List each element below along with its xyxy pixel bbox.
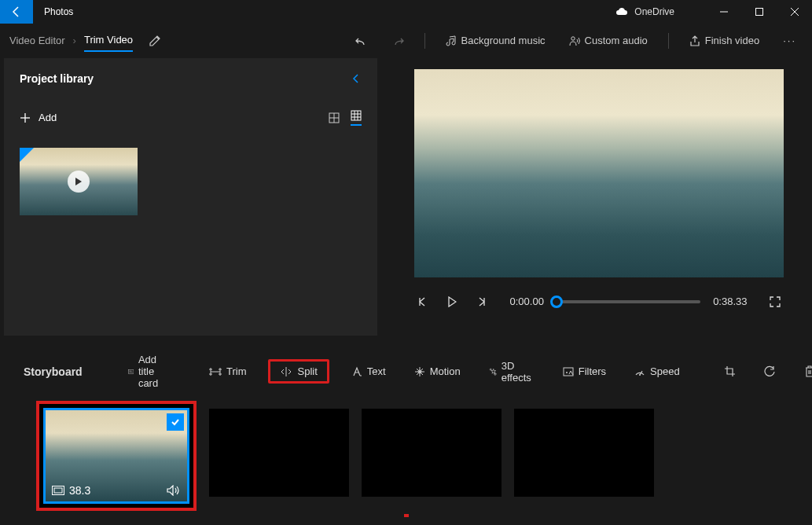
split-highlight: Split bbox=[268, 359, 329, 384]
selected-corner-icon bbox=[20, 148, 34, 162]
finish-video-button[interactable]: Finish video bbox=[683, 31, 766, 50]
storyboard-panel: Storyboard Add title card Trim Split Tex… bbox=[0, 336, 812, 525]
filters-button[interactable]: Filters bbox=[557, 363, 612, 380]
finish-video-label: Finish video bbox=[705, 35, 759, 46]
custom-audio-label: Custom audio bbox=[585, 35, 648, 46]
fullscreen-button[interactable] bbox=[766, 295, 784, 309]
cloud-icon bbox=[615, 8, 628, 16]
app-title: Photos bbox=[33, 6, 73, 17]
music-icon bbox=[446, 35, 457, 46]
export-icon bbox=[689, 35, 700, 46]
title-card-icon bbox=[128, 367, 134, 376]
delete-button[interactable] bbox=[798, 363, 812, 380]
main-area: Project library Add bbox=[0, 58, 812, 336]
video-preview[interactable] bbox=[414, 69, 784, 277]
motion-button[interactable]: Motion bbox=[408, 363, 467, 380]
play-button[interactable] bbox=[444, 295, 460, 309]
svg-point-21 bbox=[566, 372, 568, 373]
breadcrumb-project[interactable]: Trim Video bbox=[84, 34, 133, 52]
check-icon bbox=[167, 413, 184, 431]
undo-button[interactable] bbox=[349, 31, 374, 50]
add-title-card-label: Add title card bbox=[138, 354, 165, 389]
storyboard-clip-empty[interactable] bbox=[514, 409, 654, 497]
divider bbox=[668, 33, 669, 49]
text-label: Text bbox=[367, 365, 386, 377]
library-clip[interactable] bbox=[20, 148, 138, 215]
svg-rect-24 bbox=[54, 488, 62, 493]
playback-controls: 0:00.00 0:38.33 bbox=[414, 295, 784, 309]
timeline-marker bbox=[404, 514, 409, 517]
svg-point-4 bbox=[571, 37, 574, 40]
add-label: Add bbox=[39, 112, 57, 123]
onedrive-label: OneDrive bbox=[634, 6, 674, 17]
speed-button[interactable]: Speed bbox=[628, 363, 686, 380]
volume-icon[interactable] bbox=[167, 485, 181, 496]
minimize-button[interactable] bbox=[706, 0, 741, 24]
rotate-button[interactable] bbox=[758, 363, 782, 380]
person-audio-icon bbox=[569, 35, 580, 46]
svg-rect-10 bbox=[351, 111, 361, 120]
clip-duration: 38.3 bbox=[69, 484, 90, 497]
svg-point-22 bbox=[639, 374, 641, 376]
3d-effects-label: 3D effects bbox=[502, 360, 535, 384]
seek-bar[interactable] bbox=[557, 300, 700, 303]
breadcrumb-root[interactable]: Video Editor bbox=[9, 35, 65, 46]
split-icon bbox=[280, 367, 292, 376]
breadcrumb: Video Editor › Trim Video bbox=[9, 29, 161, 52]
collapse-icon[interactable] bbox=[351, 73, 362, 84]
preview-panel: 0:00.00 0:38.33 bbox=[377, 58, 812, 336]
trim-label: Trim bbox=[226, 365, 247, 377]
svg-rect-20 bbox=[564, 368, 573, 376]
split-button[interactable]: Split bbox=[274, 363, 323, 380]
svg-rect-1 bbox=[755, 9, 762, 16]
add-title-card-button[interactable]: Add title card bbox=[122, 351, 171, 391]
edit-icon[interactable] bbox=[149, 35, 161, 47]
grid-small-button[interactable] bbox=[351, 110, 362, 126]
storyboard-title: Storyboard bbox=[24, 365, 83, 378]
clip-icon bbox=[52, 486, 64, 495]
clips-row: 38.3 bbox=[24, 409, 788, 511]
effects-icon bbox=[489, 366, 497, 377]
svg-rect-15 bbox=[128, 369, 134, 373]
close-button[interactable] bbox=[777, 0, 812, 24]
chevron-right-icon: › bbox=[73, 35, 76, 46]
library-title: Project library bbox=[20, 72, 94, 85]
toolbar: Video Editor › Trim Video Background mus… bbox=[0, 24, 812, 58]
storyboard-clip[interactable]: 38.3 bbox=[43, 408, 189, 504]
add-button[interactable]: Add bbox=[20, 112, 57, 123]
custom-audio-button[interactable]: Custom audio bbox=[563, 31, 654, 50]
titlebar: Photos OneDrive bbox=[0, 0, 812, 24]
filters-icon bbox=[563, 366, 574, 377]
project-library-panel: Project library Add bbox=[4, 58, 377, 336]
motion-label: Motion bbox=[430, 365, 461, 377]
crop-button[interactable] bbox=[718, 363, 742, 380]
plus-icon bbox=[20, 112, 31, 123]
onedrive-status[interactable]: OneDrive bbox=[615, 6, 706, 17]
current-time: 0:00.00 bbox=[510, 296, 544, 307]
background-music-button[interactable]: Background music bbox=[439, 31, 552, 50]
seek-knob[interactable] bbox=[550, 296, 563, 308]
clip-selected-highlight: 38.3 bbox=[36, 401, 197, 511]
speed-icon bbox=[634, 366, 645, 377]
play-overlay-icon bbox=[68, 171, 90, 193]
prev-frame-button[interactable] bbox=[414, 295, 432, 309]
maximize-button[interactable] bbox=[741, 0, 777, 24]
storyboard-clip-empty[interactable] bbox=[362, 409, 502, 497]
text-button[interactable]: Text bbox=[345, 363, 392, 380]
background-music-label: Background music bbox=[461, 35, 546, 46]
filters-label: Filters bbox=[579, 365, 606, 377]
more-button[interactable]: ··· bbox=[777, 31, 803, 50]
motion-icon bbox=[414, 366, 425, 377]
3d-effects-button[interactable]: 3D effects bbox=[483, 358, 541, 386]
split-label: Split bbox=[297, 365, 317, 377]
storyboard-clip-empty[interactable] bbox=[209, 409, 349, 497]
trim-button[interactable]: Trim bbox=[203, 363, 253, 380]
redo-button[interactable] bbox=[385, 31, 410, 50]
trim-icon bbox=[209, 367, 222, 376]
back-button[interactable] bbox=[0, 0, 33, 24]
next-frame-button[interactable] bbox=[472, 295, 490, 309]
total-time: 0:38.33 bbox=[713, 296, 747, 307]
grid-large-icon[interactable] bbox=[329, 112, 340, 123]
speed-label: Speed bbox=[650, 365, 680, 377]
grid-small-icon bbox=[351, 110, 362, 121]
